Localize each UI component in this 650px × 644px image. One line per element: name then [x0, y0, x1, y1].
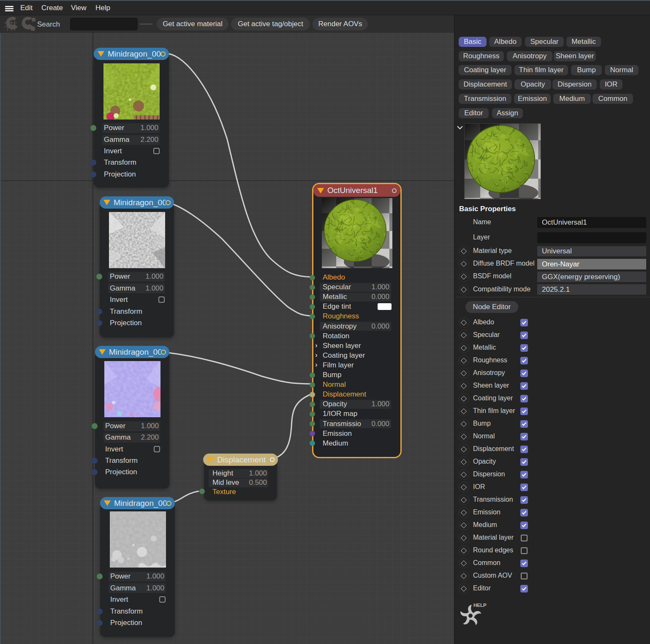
svg-text:HELP: HELP: [473, 603, 487, 608]
